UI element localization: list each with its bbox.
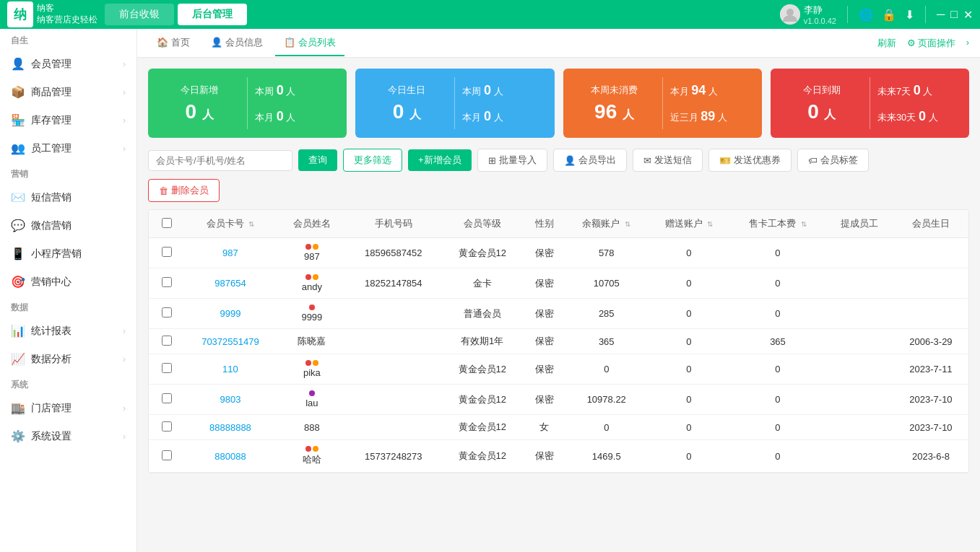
member-id[interactable]: 9999 bbox=[220, 308, 240, 319]
sidebar-item-analysis[interactable]: 📈 数据分析 › bbox=[0, 345, 136, 373]
member-id[interactable]: 9803 bbox=[220, 394, 240, 405]
member-id[interactable]: 88888888 bbox=[209, 422, 251, 433]
sidebar-label-staff: 员工管理 bbox=[31, 142, 71, 155]
member-id[interactable]: 987654 bbox=[214, 278, 246, 289]
member-icon: 👤 bbox=[11, 57, 25, 71]
sidebar-item-store[interactable]: 🏬 门店管理 › bbox=[0, 394, 136, 422]
row-checkbox[interactable] bbox=[162, 363, 172, 373]
member-table: 会员卡号 ⇅ 会员姓名 手机号码 会员等级 性别 余额账户 ⇅ 赠送账户 ⇅ 售… bbox=[149, 210, 968, 473]
row-checkbox[interactable] bbox=[162, 421, 172, 431]
table-cell bbox=[893, 299, 968, 329]
table-cell: 黄金会员12 bbox=[441, 385, 524, 415]
member-id[interactable]: 987 bbox=[222, 247, 238, 258]
delete-member-button[interactable]: 🗑 删除会员 bbox=[148, 179, 220, 202]
tab-member-info[interactable]: 👤 会员信息 bbox=[202, 30, 272, 56]
member-id[interactable]: 70372551479 bbox=[201, 336, 259, 347]
sidebar: 自生 👤 会员管理 › 📦 商品管理 › 🏪 库存管理 › 👥 bbox=[0, 29, 137, 552]
send-sms-button[interactable]: ✉ 发送短信 bbox=[633, 149, 703, 172]
sidebar-item-report[interactable]: 📊 统计报表 › bbox=[0, 317, 136, 345]
globe-icon[interactable]: 🌐 bbox=[859, 8, 873, 22]
list-icon: 📋 bbox=[284, 37, 295, 48]
table-cell: 365 bbox=[730, 329, 825, 354]
user-info: 李静 v1.0.0.42 bbox=[780, 4, 836, 25]
table-row: 9803lau黄金会员12保密10978.22002023-7-10 bbox=[149, 385, 968, 415]
table-cell bbox=[825, 299, 893, 329]
maximize-button[interactable]: □ bbox=[950, 8, 958, 22]
stat-no-consume: 本周未消费 96 人 本月 94 人 近三月 89 人 bbox=[563, 69, 762, 138]
chevron-right-icon8: › bbox=[123, 431, 126, 442]
row-checkbox[interactable] bbox=[162, 336, 172, 346]
table-cell bbox=[346, 385, 441, 415]
tab-front[interactable]: 前台收银 bbox=[105, 4, 174, 25]
table-cell: 0 bbox=[648, 415, 730, 440]
member-tag-button[interactable]: 🏷 会员标签 bbox=[797, 149, 869, 172]
member-export-button[interactable]: 👤 会员导出 bbox=[553, 149, 627, 172]
red-dot bbox=[305, 446, 311, 452]
table-cell: 金卡 bbox=[441, 268, 524, 299]
tab-home[interactable]: 🏠 首页 bbox=[148, 30, 199, 56]
logo-icon: 纳 bbox=[7, 1, 33, 27]
table-cell bbox=[893, 268, 968, 299]
table-header-row: 会员卡号 ⇅ 会员姓名 手机号码 会员等级 性别 余额账户 ⇅ 赠送账户 ⇅ 售… bbox=[149, 210, 968, 238]
th-gift: 赠送账户 ⇅ bbox=[648, 210, 730, 238]
sidebar-item-inventory[interactable]: 🏪 库存管理 › bbox=[0, 106, 136, 134]
more-filter-button[interactable]: 更多筛选 bbox=[343, 149, 402, 172]
tab-back[interactable]: 后台管理 bbox=[178, 4, 247, 25]
table-cell: 保密 bbox=[524, 440, 565, 473]
row-checkbox[interactable] bbox=[162, 247, 172, 257]
sidebar-item-wechat[interactable]: 💬 微信营销 bbox=[0, 211, 136, 240]
sidebar-item-settings[interactable]: ⚙️ 系统设置 › bbox=[0, 422, 136, 450]
add-member-button[interactable]: +新增会员 bbox=[408, 149, 472, 171]
sidebar-label-inventory: 库存管理 bbox=[31, 114, 71, 127]
sidebar-item-product[interactable]: 📦 商品管理 › bbox=[0, 78, 136, 106]
product-icon: 📦 bbox=[11, 85, 25, 99]
row-checkbox[interactable] bbox=[162, 393, 172, 403]
stat-today-birthday: 今日生日 0 人 本周 0 人 本月 0 人 bbox=[355, 69, 554, 138]
stat-today-new: 今日新增 0 人 本周 0 人 本月 0 人 bbox=[148, 69, 347, 138]
table-cell: 0 bbox=[648, 354, 730, 385]
window-controls: ─ □ ✕ bbox=[937, 8, 973, 22]
lock-icon[interactable]: 🔒 bbox=[882, 8, 896, 22]
download-icon[interactable]: ⬇ bbox=[905, 8, 914, 22]
table-cell: 0 bbox=[648, 238, 730, 268]
tag-icon: 🏷 bbox=[808, 155, 818, 166]
refresh-button[interactable]: 刷新 bbox=[877, 37, 896, 50]
sidebar-item-marketing-center[interactable]: 🎯 营销中心 bbox=[0, 268, 136, 296]
minimize-button[interactable]: ─ bbox=[937, 8, 945, 22]
table-cell bbox=[825, 238, 893, 268]
search-input[interactable] bbox=[148, 150, 292, 171]
import-icon: ⊞ bbox=[488, 155, 496, 166]
query-button[interactable]: 查询 bbox=[298, 149, 337, 171]
page-tabs-left: 🏠 首页 👤 会员信息 📋 会员列表 bbox=[148, 30, 344, 56]
table-cell: 18252147854 bbox=[346, 268, 441, 299]
sidebar-item-member[interactable]: 👤 会员管理 › bbox=[0, 50, 136, 78]
collapse-icon[interactable]: › bbox=[966, 37, 969, 50]
sidebar-item-miniapp[interactable]: 📱 小程序营销 bbox=[0, 240, 136, 268]
row-checkbox[interactable] bbox=[162, 307, 172, 317]
table-cell: 0 bbox=[730, 268, 825, 299]
table-cell: 0 bbox=[565, 415, 648, 440]
page-op-button[interactable]: ⚙ 页面操作 bbox=[907, 37, 955, 50]
table-cell: 10978.22 bbox=[565, 385, 648, 415]
svg-point-1 bbox=[786, 9, 794, 16]
row-checkbox[interactable] bbox=[162, 277, 172, 287]
member-id[interactable]: 880088 bbox=[214, 451, 246, 462]
table-cell: 578 bbox=[565, 238, 648, 268]
member-name-cell: 987 bbox=[284, 244, 340, 262]
close-button[interactable]: ✕ bbox=[963, 8, 973, 22]
batch-import-button[interactable]: ⊞ 批量导入 bbox=[477, 149, 547, 172]
tab-member-list[interactable]: 📋 会员列表 bbox=[275, 30, 344, 56]
section-self: 自生 bbox=[0, 29, 136, 50]
select-all-checkbox[interactable] bbox=[162, 218, 172, 228]
send-coupon-button[interactable]: 🎫 发送优惠券 bbox=[708, 149, 792, 172]
row-checkbox[interactable] bbox=[162, 450, 172, 460]
table-cell: 黄金会员12 bbox=[441, 440, 524, 473]
sort-icon-cardfee: ⇅ bbox=[801, 220, 807, 228]
sidebar-item-sms[interactable]: ✉️ 短信营销 bbox=[0, 183, 136, 211]
table-cell bbox=[825, 268, 893, 299]
member-name-cell: pika bbox=[284, 360, 340, 378]
member-id[interactable]: 110 bbox=[222, 364, 238, 374]
member-dots bbox=[305, 360, 318, 366]
logo-area: 纳 纳客 纳客营店史轻松 bbox=[7, 1, 97, 27]
sidebar-item-staff[interactable]: 👥 员工管理 › bbox=[0, 134, 136, 162]
